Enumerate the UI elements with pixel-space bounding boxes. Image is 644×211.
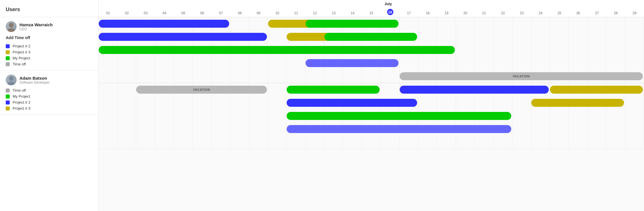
date-col-17: 17 xyxy=(400,11,419,17)
gantt-row-adam-0: VACATION xyxy=(99,83,644,96)
user-info-adam: Adam Batson Software Developer xyxy=(0,71,98,87)
legend-label-myproject-adam: My Project xyxy=(13,94,30,99)
gantt-area: July 01020304050607080910111213141516171… xyxy=(99,0,644,211)
user-section-adam: Adam Batson Software Developer Time off … xyxy=(0,71,98,115)
date-col-21: 21 xyxy=(475,11,494,17)
avatar-image-adam xyxy=(6,75,17,85)
date-col-20: 20 xyxy=(456,11,475,17)
gantt-header-inner: July 01020304050607080910111213141516171… xyxy=(99,0,644,17)
legend-dot-gray-adam xyxy=(6,89,10,93)
gantt-bar[interactable] xyxy=(287,125,511,133)
date-col-13: 13 xyxy=(324,11,343,17)
legend-dot-blue-hamza xyxy=(6,44,10,48)
legend-hamza: Project # 2 Project # 3 My Project Time … xyxy=(0,43,98,70)
gantt-row-adam-2 xyxy=(99,109,644,122)
legend-label-project2-hamza: Project # 2 xyxy=(13,44,30,48)
date-col-29: 29 xyxy=(625,11,644,17)
gantt-bar[interactable]: VACATION xyxy=(136,86,267,94)
gantt-bar[interactable] xyxy=(531,99,624,107)
legend-dot-yellow-hamza xyxy=(6,50,10,54)
avatar-image-hamza xyxy=(6,21,17,32)
date-col-14: 14 xyxy=(343,11,362,17)
add-timeoff-hamza[interactable]: Add Time off xyxy=(0,34,98,43)
gantt-bar[interactable]: VACATION xyxy=(400,72,643,80)
user-section-hamza: Hamza Warraich CEO Add Time off Project … xyxy=(0,17,98,71)
gantt-bar[interactable] xyxy=(99,33,267,41)
date-col-26: 26 xyxy=(569,11,588,17)
date-col-04: 04 xyxy=(155,11,174,17)
dates-row: 0102030405060708091011121314151617181920… xyxy=(99,8,644,17)
date-col-01: 01 xyxy=(99,11,118,17)
legend-dot-green-hamza xyxy=(6,56,10,60)
legend-item-timeoff-hamza: Time off xyxy=(6,62,93,66)
date-col-16: 16 xyxy=(381,9,400,17)
avatar-hamza xyxy=(6,21,17,32)
legend-item-project2-adam: Project # 2 xyxy=(6,100,93,105)
legend-label-project3-hamza: Project # 3 xyxy=(13,50,30,54)
sidebar-header: Users xyxy=(0,0,98,17)
date-col-09: 09 xyxy=(249,11,268,17)
svg-point-2 xyxy=(9,76,13,81)
date-col-22: 22 xyxy=(494,11,512,17)
month-row: July xyxy=(99,0,644,8)
svg-point-1 xyxy=(7,28,15,32)
legend-adam: Time off My Project Project # 2 Project … xyxy=(0,87,98,114)
date-col-28: 28 xyxy=(606,11,625,17)
month-label: July xyxy=(385,2,392,6)
date-col-06: 06 xyxy=(193,11,212,17)
date-col-11: 11 xyxy=(287,11,306,17)
gantt-bar[interactable] xyxy=(306,59,399,67)
gantt-bar[interactable] xyxy=(324,33,417,41)
legend-dot-gray-hamza xyxy=(6,62,10,66)
date-col-19: 19 xyxy=(437,11,456,17)
gantt-bar[interactable] xyxy=(400,86,549,94)
user-info-hamza: Hamza Warraich CEO xyxy=(0,17,98,34)
gantt-bar[interactable] xyxy=(99,46,455,54)
gantt-bar[interactable] xyxy=(287,86,380,94)
user-details-hamza: Hamza Warraich CEO xyxy=(19,22,53,31)
gantt-section-adam: VACATION xyxy=(99,83,644,149)
gantt-body: VACATIONVACATION xyxy=(99,17,644,211)
gantt-row-adam-4 xyxy=(99,136,644,149)
gantt-bar[interactable] xyxy=(287,112,511,120)
legend-dot-yellow-adam xyxy=(6,106,10,110)
gantt-bar[interactable] xyxy=(550,86,643,94)
user-details-adam: Adam Batson Software Developer xyxy=(19,76,49,85)
user-name-hamza: Hamza Warraich xyxy=(19,22,53,27)
date-col-27: 27 xyxy=(588,11,607,17)
avatar-adam xyxy=(6,75,17,85)
gantt-bar[interactable] xyxy=(99,20,229,28)
legend-item-project3-adam: Project # 3 xyxy=(6,106,93,110)
gantt-row-hamza-2 xyxy=(99,43,644,57)
sidebar: Users Hamza Warraich CEO Add T xyxy=(0,0,99,211)
date-col-24: 24 xyxy=(531,11,550,17)
user-name-adam: Adam Batson xyxy=(19,76,49,81)
legend-item-myproject-hamza: My Project xyxy=(6,56,93,60)
legend-item-project2-hamza: Project # 2 xyxy=(6,44,93,48)
sidebar-title: Users xyxy=(6,7,20,13)
gantt-section-hamza: VACATION xyxy=(99,17,644,83)
gantt-bar[interactable] xyxy=(287,99,417,107)
date-col-23: 23 xyxy=(512,11,531,17)
gantt-row-hamza-1 xyxy=(99,30,644,43)
date-col-15: 15 xyxy=(362,11,381,17)
gantt-row-hamza-3 xyxy=(99,57,644,70)
legend-label-project3-adam: Project # 3 xyxy=(13,106,30,110)
legend-item-timeoff-adam: Time off xyxy=(6,88,93,93)
gantt-row-hamza-0 xyxy=(99,17,644,30)
date-col-03: 03 xyxy=(136,11,155,17)
date-col-12: 12 xyxy=(306,11,324,17)
gantt-header: July 01020304050607080910111213141516171… xyxy=(99,0,644,17)
legend-item-myproject-adam: My Project xyxy=(6,94,93,99)
user-role-adam: Software Developer xyxy=(19,81,49,85)
legend-item-project3-hamza: Project # 3 xyxy=(6,50,93,54)
gantt-bar[interactable] xyxy=(306,20,399,28)
gantt-row-adam-3 xyxy=(99,122,644,136)
svg-point-0 xyxy=(9,23,13,27)
legend-dot-blue-adam xyxy=(6,101,10,105)
date-col-18: 18 xyxy=(418,11,437,17)
date-col-08: 08 xyxy=(230,11,249,17)
svg-point-3 xyxy=(7,82,15,85)
legend-label-project2-adam: Project # 2 xyxy=(13,100,30,105)
date-col-10: 10 xyxy=(268,11,287,17)
